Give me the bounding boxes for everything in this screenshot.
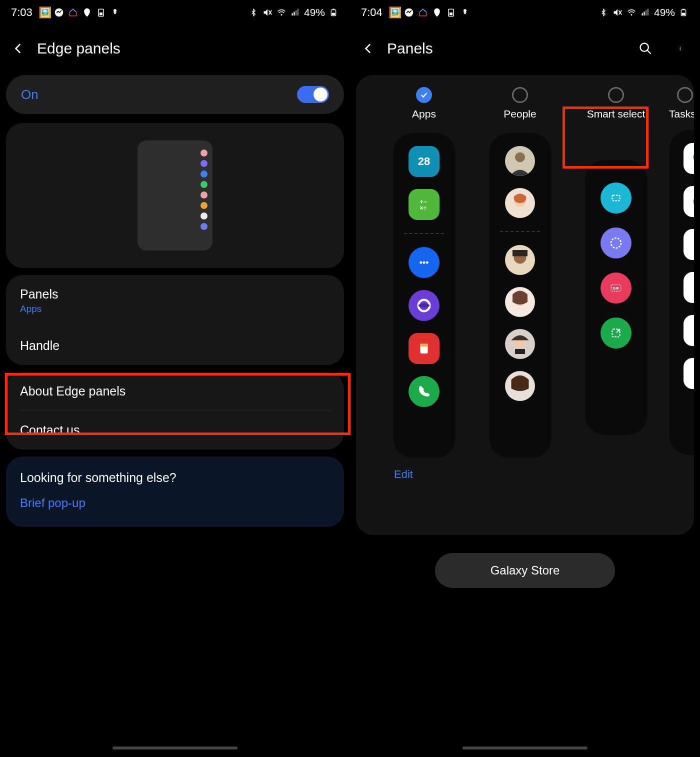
svg-rect-8 — [294, 12, 294, 16]
panel-label-apps: Apps — [412, 108, 436, 120]
svg-rect-13 — [332, 13, 336, 16]
home-icon — [418, 7, 428, 18]
suggestion-link[interactable]: Brief pop-up — [20, 496, 330, 510]
svg-point-28 — [640, 44, 648, 52]
svg-rect-21 — [642, 14, 642, 16]
svg-rect-7 — [292, 14, 292, 16]
menu-section-2: About Edge panels Contact us — [6, 372, 344, 450]
mute-icon — [612, 7, 623, 18]
header: Edge panels — [0, 25, 350, 72]
wifi-icon — [276, 7, 287, 18]
divider — [500, 231, 540, 232]
search-button[interactable] — [638, 41, 653, 56]
battery-icon — [328, 7, 339, 18]
svg-point-39 — [418, 304, 430, 308]
galaxy-store-button[interactable]: Galaxy Store — [435, 553, 615, 588]
wifi-icon — [626, 7, 637, 18]
page-title: Edge panels — [37, 40, 339, 57]
svg-rect-9 — [296, 10, 296, 16]
svg-rect-26 — [682, 9, 684, 10]
home-icon — [68, 7, 78, 18]
phone-icon — [408, 376, 440, 407]
menu-about[interactable]: About Edge panels — [6, 372, 344, 410]
panel-row[interactable]: Apps 28 +−×÷ — [376, 87, 685, 458]
divider — [404, 233, 444, 234]
header: Panels — [350, 25, 700, 72]
navigation-bar[interactable] — [112, 746, 238, 750]
battery-card-icon — [96, 7, 106, 18]
suggestion-card: Looking for something else? Brief pop-up — [6, 456, 344, 527]
panel-option-apps[interactable]: Apps 28 +−×÷ — [376, 87, 472, 458]
master-toggle-row[interactable]: On — [6, 75, 344, 114]
edge-panel-dots — [200, 150, 208, 230]
radio-unchecked-icon[interactable] — [608, 87, 624, 103]
avatar-icon — [505, 329, 535, 359]
bluetooth-icon — [248, 7, 259, 18]
panel-label-people: People — [504, 108, 536, 120]
signal-icon — [640, 7, 651, 18]
bluetooth-icon — [598, 7, 609, 18]
avatar-icon — [505, 287, 535, 317]
menu-panels[interactable]: Panels Apps — [6, 275, 344, 326]
svg-point-43 — [515, 152, 525, 162]
menu-panels-label: Panels — [20, 287, 330, 302]
svg-rect-24 — [648, 9, 648, 16]
app-icon — [110, 7, 120, 18]
pin-icon — [600, 318, 632, 348]
calculator-icon: +−×÷ — [408, 189, 440, 220]
back-button[interactable] — [361, 41, 376, 56]
more-button[interactable] — [674, 41, 689, 56]
radio-checked-icon[interactable] — [416, 87, 432, 103]
svg-point-31 — [680, 48, 681, 49]
tasks-panel-preview — [669, 130, 694, 455]
clock-icon — [684, 186, 694, 217]
svg-rect-27 — [682, 13, 686, 16]
avatar-icon — [505, 245, 535, 275]
gallery-icon: 🖼️ — [390, 7, 400, 18]
svg-rect-41 — [420, 344, 428, 346]
messenger-icon — [54, 7, 64, 18]
menu-section-1: Panels Apps Handle — [6, 275, 344, 365]
svg-point-20 — [630, 14, 632, 16]
navigation-bar[interactable] — [462, 746, 588, 750]
phone-preview — [138, 140, 212, 250]
svg-point-57 — [611, 238, 621, 248]
calendar-icon: 28 — [408, 146, 440, 177]
menu-contact-label: Contact us — [20, 423, 330, 438]
panel-option-smart-select[interactable]: Smart select GIF — [568, 87, 664, 458]
radio-unchecked-icon[interactable] — [512, 87, 528, 103]
panel-option-people[interactable]: People — [472, 87, 568, 458]
svg-rect-12 — [332, 9, 334, 10]
menu-about-label: About Edge panels — [20, 384, 330, 398]
internet-icon — [408, 290, 440, 321]
menu-handle[interactable]: Handle — [6, 326, 344, 365]
svg-point-36 — [423, 262, 426, 264]
status-bar: 7:03 🖼️ — [0, 0, 350, 25]
app-icon — [460, 7, 470, 18]
panel-option-tasks[interactable]: Tasks — [664, 87, 694, 458]
avatar-icon — [505, 371, 535, 401]
radio-unchecked-icon[interactable] — [677, 87, 693, 103]
back-button[interactable] — [11, 41, 26, 56]
avatar-icon — [505, 188, 535, 218]
edit-link[interactable]: Edit — [394, 468, 413, 481]
svg-rect-16 — [450, 12, 452, 15]
svg-rect-2 — [100, 12, 102, 15]
menu-contact[interactable]: Contact us — [6, 411, 344, 450]
fitness-icon — [432, 7, 442, 18]
panel-label-smart: Smart select — [587, 108, 646, 120]
rectangle-select-icon — [600, 182, 632, 214]
svg-rect-53 — [515, 349, 525, 354]
svg-rect-56 — [612, 196, 620, 201]
signal-icon — [290, 7, 301, 18]
messenger-icon — [404, 7, 414, 18]
master-toggle[interactable] — [297, 86, 329, 103]
panels-container: Apps 28 +−×÷ — [356, 75, 694, 535]
edge-preview-card — [6, 123, 344, 268]
svg-point-30 — [680, 47, 681, 48]
screen-edge-panels: 7:03 🖼️ — [0, 0, 350, 757]
svg-rect-22 — [644, 12, 644, 16]
avatar-icon — [505, 146, 535, 176]
draw-icon — [684, 315, 694, 346]
battery-percent: 49% — [654, 6, 675, 18]
